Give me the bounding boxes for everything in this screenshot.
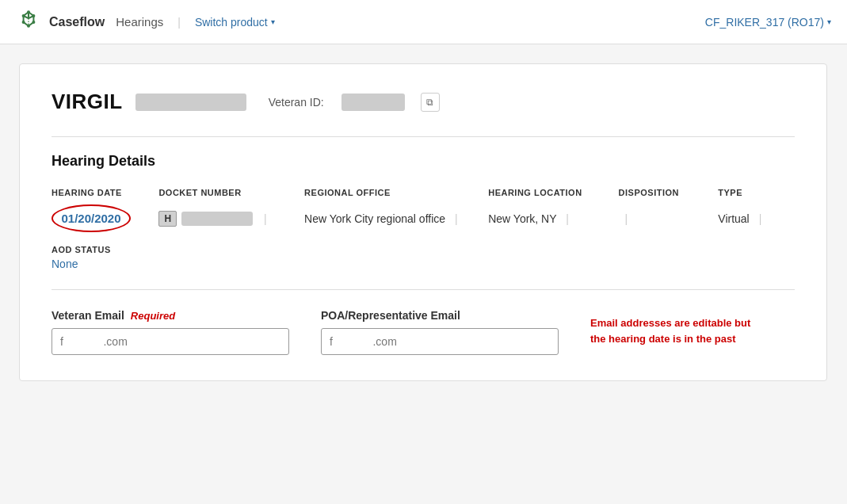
pipe-5: | xyxy=(759,212,762,225)
pipe-2: | xyxy=(455,212,458,225)
pipe-3: | xyxy=(566,212,569,225)
switch-product-label: Switch product xyxy=(195,16,268,29)
veteran-name: VIRGIL xyxy=(52,90,123,114)
type-value: Virtual xyxy=(718,212,749,225)
regional-office-value: New York City regional office xyxy=(304,212,445,225)
switch-product-chevron: ▾ xyxy=(271,17,275,26)
main-container: VIRGIL Veteran ID: ⧉ Hearing Details HEA… xyxy=(0,44,847,400)
svg-point-4 xyxy=(22,21,25,24)
veteran-email-label: Veteran Email xyxy=(52,309,124,322)
user-menu-chevron: ▾ xyxy=(827,17,831,26)
brand-name: Caseflow xyxy=(49,15,105,29)
caseflow-logo xyxy=(16,10,41,35)
col-header-docket: DOCKET NUMBER xyxy=(158,185,304,198)
svg-point-1 xyxy=(32,14,35,17)
hearing-table-header: HEARING DATE DOCKET NUMBER REGIONAL OFFI… xyxy=(52,185,795,198)
aod-status-label: AOD STATUS xyxy=(52,245,795,254)
veteran-header: VIRGIL Veteran ID: ⧉ xyxy=(52,90,795,114)
docket-type-badge: H xyxy=(158,211,177,227)
user-label: CF_RIKER_317 (RO17) xyxy=(705,16,824,29)
svg-point-0 xyxy=(27,10,30,13)
docket-number-redacted xyxy=(181,212,253,226)
veteran-id-redacted xyxy=(341,94,405,111)
veteran-email-input[interactable] xyxy=(52,328,289,355)
col-header-disposition: DISPOSITION xyxy=(619,185,719,198)
type-cell: Virtual | xyxy=(718,212,795,225)
hearing-date-value: 01/20/2020 xyxy=(52,204,131,232)
hearing-date-cell: 01/20/2020 xyxy=(52,204,158,232)
veteran-email-label-row: Veteran Email Required xyxy=(52,309,289,322)
veteran-divider xyxy=(52,136,795,137)
docket-number-cell: H | xyxy=(158,211,304,227)
content-card: VIRGIL Veteran ID: ⧉ Hearing Details HEA… xyxy=(19,63,827,381)
pipe-4: | xyxy=(625,212,628,225)
hearing-location-cell: New York, NY | xyxy=(488,212,618,225)
col-header-location: HEARING LOCATION xyxy=(488,185,618,198)
poa-email-group: POA/Representative Email xyxy=(321,309,559,355)
poa-email-label-row: POA/Representative Email xyxy=(321,309,559,322)
poa-email-input[interactable] xyxy=(321,328,559,355)
svg-point-3 xyxy=(27,24,30,27)
email-divider xyxy=(52,289,795,290)
brand-product: Hearings xyxy=(116,15,163,29)
hearing-location-value: New York, NY xyxy=(488,212,556,225)
col-header-regional: REGIONAL OFFICE xyxy=(304,185,488,198)
svg-point-2 xyxy=(32,21,35,24)
hearing-details-title: Hearing Details xyxy=(52,153,795,170)
required-badge: Required xyxy=(131,310,175,322)
aod-status-value: None xyxy=(52,258,795,270)
disposition-cell: | xyxy=(619,212,719,225)
pipe-1: | xyxy=(264,212,267,225)
col-header-type: TYPE xyxy=(718,185,795,198)
email-section: Veteran Email Required POA/Representativ… xyxy=(52,309,795,355)
veteran-name-redacted xyxy=(135,94,246,111)
regional-office-cell: New York City regional office | xyxy=(304,212,488,225)
svg-point-5 xyxy=(22,14,25,17)
navbar-left: Caseflow Hearings | Switch product ▾ xyxy=(16,10,275,35)
email-warning-message: Email addresses are editable but the hea… xyxy=(590,315,765,346)
col-header-hearing-date: HEARING DATE xyxy=(52,185,158,198)
copy-id-button[interactable]: ⧉ xyxy=(421,93,440,112)
hearing-details-section: Hearing Details HEARING DATE DOCKET NUMB… xyxy=(52,153,795,270)
poa-email-label: POA/Representative Email xyxy=(321,309,460,322)
aod-section: AOD STATUS None xyxy=(52,245,795,270)
switch-product-link[interactable]: Switch product ▾ xyxy=(195,16,275,29)
veteran-id-label: Veteran ID: xyxy=(269,96,324,109)
nav-divider: | xyxy=(177,16,181,29)
navbar: Caseflow Hearings | Switch product ▾ CF_… xyxy=(0,0,847,44)
user-menu[interactable]: CF_RIKER_317 (RO17) ▾ xyxy=(705,16,831,29)
hearing-table-row: 01/20/2020 H | New York City regional of… xyxy=(52,204,795,232)
veteran-email-group: Veteran Email Required xyxy=(52,309,289,355)
